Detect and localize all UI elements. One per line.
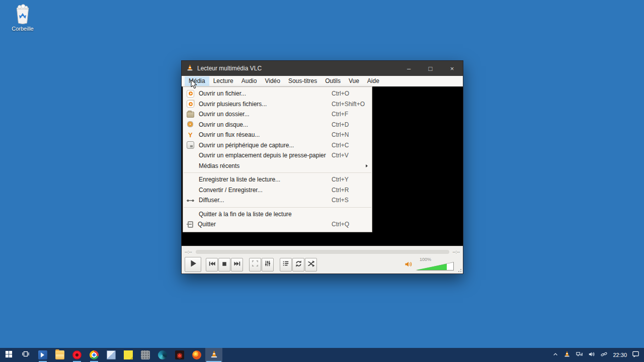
chrome-icon (90, 350, 99, 359)
playlist-icon (282, 260, 289, 269)
menu-item-open-capture-device[interactable]: Ouvrir un périphérique de capture... Ctr… (183, 140, 372, 151)
action-center-icon[interactable] (632, 350, 639, 360)
menu-item-open-file[interactable]: Ouvrir un fichier... Ctrl+O (183, 88, 372, 99)
loop-button[interactable] (292, 258, 304, 272)
shortcut: Ctrl+S (332, 197, 349, 204)
stop-icon (221, 260, 227, 269)
menu-video[interactable]: Vidéo (261, 76, 284, 86)
menu-item-open-network-stream[interactable]: Ouvrir un flux réseau... Ctrl+N (183, 130, 372, 140)
opera-icon (72, 350, 82, 359)
stop-button[interactable] (218, 258, 230, 272)
volume-control[interactable]: 100% (405, 256, 460, 273)
window-title: Lecteur multimédia VLC (197, 65, 262, 72)
vlc-icon (210, 350, 218, 360)
taskbar: 22:30 (0, 348, 644, 362)
start-button[interactable] (0, 348, 17, 362)
menu-item-convert-save[interactable]: Convertir / Enregistrer... Ctrl+R (183, 185, 372, 196)
taskbar-app-opera[interactable] (68, 348, 86, 362)
taskbar-app-firefox[interactable] (188, 348, 205, 362)
maximize-icon: □ (429, 65, 433, 72)
speaker-icon (405, 260, 416, 270)
taskbar-app-media[interactable] (171, 348, 188, 362)
quit-icon (188, 221, 193, 228)
tray-link-icon[interactable] (600, 350, 608, 359)
titlebar[interactable]: Lecteur multimédia VLC – □ × (182, 61, 463, 76)
firefox-icon (192, 350, 201, 359)
menu-media[interactable]: Média (185, 76, 209, 86)
close-button[interactable]: × (441, 61, 463, 76)
previous-button[interactable] (206, 258, 218, 272)
volume-percent: 100% (420, 257, 431, 262)
random-button[interactable] (305, 258, 317, 272)
menu-item-recent-media[interactable]: Médias récents (183, 161, 372, 171)
recycle-bin[interactable]: Corbeille (8, 4, 37, 32)
play-button[interactable] (185, 257, 201, 272)
fullscreen-button[interactable] (249, 258, 261, 272)
minimize-icon: – (407, 65, 411, 72)
taskbar-app-sticky-notes[interactable] (120, 348, 137, 362)
menu-lecture[interactable]: Lecture (209, 76, 237, 86)
close-icon: × (450, 65, 454, 72)
elapsed-time: --:-- (185, 249, 192, 254)
seek-bar[interactable] (196, 250, 449, 254)
task-view-button[interactable] (17, 348, 34, 362)
menu-aide[interactable]: Aide (363, 76, 383, 86)
tray-vlc-icon[interactable] (564, 350, 571, 359)
open-file-icon (187, 90, 194, 98)
menu-audio[interactable]: Audio (237, 76, 261, 86)
playlist-button[interactable] (280, 258, 292, 272)
loop-icon (295, 260, 302, 269)
menu-vue[interactable]: Vue (345, 76, 363, 86)
capture-device-icon (187, 141, 194, 149)
code-app-icon (38, 350, 47, 359)
file-explorer-icon (55, 350, 64, 359)
menu-separator (183, 206, 372, 209)
submenu-arrow-icon (366, 164, 368, 167)
taskbar-app-edge[interactable] (154, 348, 171, 362)
menu-item-open-multiple-files[interactable]: Ouvrir plusieurs fichiers... Ctrl+Shift+… (183, 99, 372, 110)
taskbar-app-grid[interactable] (137, 348, 154, 362)
taskbar-clock[interactable]: 22:30 (613, 352, 627, 358)
maximize-button[interactable]: □ (420, 61, 441, 76)
resize-grip[interactable] (457, 268, 462, 273)
menu-item-open-clipboard-location[interactable]: Ouvrir un emplacement depuis le presse-p… (183, 150, 372, 161)
menu-item-stream[interactable]: Diffuser... Ctrl+S (183, 195, 372, 206)
extended-settings-button[interactable] (262, 258, 274, 272)
network-stream-icon (187, 131, 194, 139)
taskbar-app-chrome[interactable] (86, 348, 103, 362)
vlc-cone-icon (186, 64, 194, 73)
open-folder-icon (187, 112, 194, 118)
volume-slider[interactable] (416, 262, 454, 270)
menubar: Média Lecture Audio Vidéo Sous-titres Ou… (182, 76, 463, 86)
tray-volume-icon[interactable] (588, 350, 595, 359)
tray-network-icon[interactable] (576, 350, 583, 359)
taskbar-app-mail[interactable] (103, 348, 120, 362)
menu-item-save-playlist[interactable]: Enregistrer la liste de lecture... Ctrl+… (183, 174, 372, 185)
minimize-button[interactable]: – (398, 61, 420, 76)
menu-separator (183, 171, 372, 174)
menu-item-quit[interactable]: Quitter Ctrl+Q (183, 219, 372, 230)
sticky-notes-icon (124, 350, 133, 359)
taskbar-app-code[interactable] (34, 348, 51, 362)
menu-item-open-folder[interactable]: Ouvrir un dossier... Ctrl+F (183, 109, 372, 120)
mail-app-icon (107, 350, 116, 359)
previous-icon (209, 260, 215, 269)
recycle-bin-label: Corbeille (8, 26, 37, 32)
task-view-icon (22, 350, 30, 360)
remaining-time: --:-- (453, 249, 460, 254)
shortcut: Ctrl+C (332, 142, 349, 149)
menu-outils[interactable]: Outils (321, 76, 345, 86)
shuffle-icon (307, 260, 315, 269)
menu-item-quit-at-end[interactable]: Quitter à la fin de la liste de lecture (183, 209, 372, 220)
open-disc-icon (187, 121, 194, 128)
menu-sous-titres[interactable]: Sous-titres (284, 76, 321, 86)
shortcut: Ctrl+V (332, 152, 349, 159)
taskbar-app-vlc[interactable] (205, 348, 222, 362)
taskbar-app-explorer[interactable] (51, 348, 68, 362)
next-button[interactable] (231, 258, 243, 272)
tray-chevron-up-icon[interactable] (552, 350, 558, 359)
menu-item-open-disc[interactable]: Ouvrir un disque... Ctrl+D (183, 120, 372, 130)
grid-app-icon (141, 350, 150, 359)
media-dropdown-menu: Ouvrir un fichier... Ctrl+O Ouvrir plusi… (183, 86, 372, 232)
media-app-icon (175, 350, 184, 359)
